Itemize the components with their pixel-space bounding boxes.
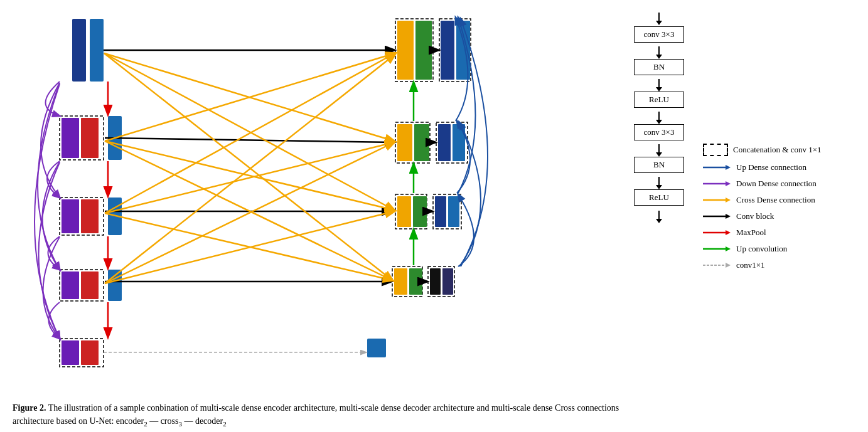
svg-rect-7	[62, 199, 79, 233]
legend-item-concat: Concatenation & conv 1×1	[703, 144, 822, 156]
legend-item-cross-dense: Cross Dense connection	[703, 195, 822, 205]
top-section: conv 3×3 BN ReLU conv 3×3 BN ReLU Concat…	[6, 6, 855, 395]
cross-dense-legend-label: Cross Dense connection	[736, 195, 815, 205]
up-dense-legend-icon	[703, 164, 731, 171]
conv-box-2: conv 3×3	[634, 124, 684, 140]
svg-rect-41	[367, 339, 386, 357]
svg-marker-71	[726, 165, 731, 170]
up-conv-legend-label: Up convolution	[736, 244, 787, 254]
conv1x1-legend-label: conv1×1	[736, 260, 765, 270]
caption-text: The illustration of a sample conbination…	[13, 403, 619, 426]
maxpool-legend-icon	[703, 229, 731, 236]
svg-marker-81	[726, 246, 731, 251]
legend-item-conv-block: Conv block	[703, 211, 822, 221]
up-conv-legend-icon	[703, 245, 731, 253]
concat-legend-label: Concatenation & conv 1×1	[733, 145, 822, 155]
svg-rect-16	[81, 340, 99, 365]
svg-line-65	[105, 142, 394, 213]
svg-rect-24	[397, 124, 412, 161]
svg-rect-34	[448, 196, 459, 227]
svg-rect-3	[62, 118, 79, 158]
cross-dense-legend-icon	[703, 196, 731, 204]
up-dense-legend-label: Up Dense connection	[736, 162, 806, 172]
svg-rect-36	[394, 268, 407, 295]
svg-rect-37	[409, 268, 422, 295]
legend-item-up-dense: Up Dense connection	[703, 162, 822, 172]
caption-sub3: 2	[223, 420, 227, 428]
legend-item-down-dense: Down Dense connection	[703, 179, 822, 189]
arrow-5	[658, 177, 660, 186]
arrow-2	[658, 79, 660, 88]
maxpool-legend-label: MaxPool	[736, 228, 766, 238]
svg-rect-13	[108, 270, 122, 301]
svg-rect-27	[438, 124, 451, 161]
concat-legend-icon	[703, 144, 728, 156]
caption-area: Figure 2. The illustration of a sample c…	[6, 395, 634, 429]
legend-item-maxpool: MaxPool	[703, 228, 822, 238]
svg-rect-39	[430, 268, 441, 295]
down-dense-legend-icon	[703, 180, 731, 187]
input-arrow	[658, 13, 660, 21]
svg-rect-12	[81, 271, 99, 299]
svg-rect-18	[397, 21, 414, 80]
conv-box-1: conv 3×3	[634, 26, 684, 43]
conv-block-legend-label: Conv block	[736, 211, 774, 221]
svg-rect-8	[81, 199, 99, 233]
svg-marker-83	[726, 263, 731, 268]
svg-rect-1	[90, 19, 104, 82]
arrow-3	[658, 112, 660, 120]
svg-rect-11	[62, 271, 79, 299]
svg-line-62	[105, 141, 394, 210]
svg-rect-33	[435, 196, 446, 227]
svg-line-68	[105, 142, 394, 283]
relu-box-2: ReLU	[634, 189, 684, 206]
relu-box-1: ReLU	[634, 92, 684, 108]
diagram-area	[6, 6, 621, 395]
legend-item-conv1x1: conv1×1	[703, 260, 822, 270]
svg-marker-75	[726, 198, 731, 203]
caption-dash2: — decoder	[182, 416, 223, 426]
legend-list: Concatenation & conv 1×1 Up Dense connec…	[703, 19, 822, 395]
svg-line-47	[105, 138, 394, 142]
svg-rect-0	[72, 19, 86, 82]
output-arrow	[658, 211, 660, 219]
svg-marker-77	[726, 214, 731, 219]
svg-rect-40	[442, 268, 453, 295]
svg-rect-15	[62, 340, 79, 365]
caption-dash: — cross	[147, 416, 179, 426]
conv-block-diagram: conv 3×3 BN ReLU conv 3×3 BN ReLU	[634, 13, 684, 395]
svg-marker-79	[726, 230, 731, 235]
arrow-4	[658, 144, 660, 153]
legend-item-up-conv: Up convolution	[703, 244, 822, 254]
architecture-diagram	[6, 6, 621, 395]
conv1x1-legend-icon	[703, 261, 731, 269]
main-container: conv 3×3 BN ReLU conv 3×3 BN ReLU Concat…	[0, 0, 868, 432]
svg-rect-25	[414, 124, 429, 161]
svg-rect-4	[81, 118, 99, 158]
down-dense-legend-label: Down Dense connection	[736, 179, 817, 189]
svg-rect-31	[413, 196, 427, 227]
bn-box-1: BN	[634, 59, 684, 75]
legend-area: conv 3×3 BN ReLU conv 3×3 BN ReLU Concat…	[621, 6, 855, 395]
svg-marker-73	[726, 181, 731, 186]
conv-block-legend-icon	[703, 213, 731, 220]
svg-rect-19	[415, 21, 432, 80]
bn-box-2: BN	[634, 157, 684, 173]
svg-rect-30	[397, 196, 411, 227]
arrow-1	[658, 46, 660, 55]
svg-rect-21	[441, 21, 454, 80]
figure-num: Figure 2.	[13, 403, 46, 413]
